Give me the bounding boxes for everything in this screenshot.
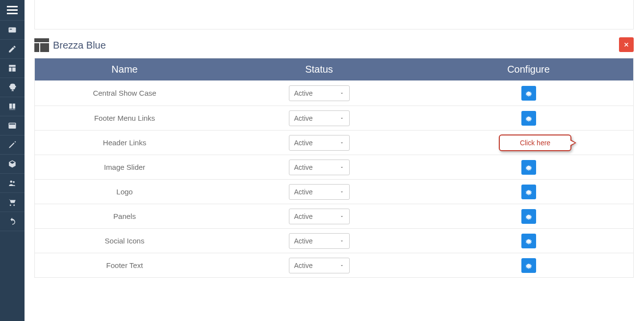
sidebar-item-8[interactable]	[0, 174, 25, 193]
component-name: Panels	[35, 212, 214, 220]
component-name: Image Slider	[35, 163, 214, 171]
status-value: Active	[294, 114, 313, 122]
chevron-down-icon	[339, 237, 344, 245]
users-icon	[8, 179, 17, 187]
table-row: PanelsActive	[35, 204, 633, 228]
status-value: Active	[294, 188, 313, 196]
status-cell: Active	[214, 110, 424, 126]
callout-tooltip: Click here	[499, 134, 571, 151]
gear-icon	[525, 237, 533, 245]
sidebar-item-9[interactable]	[0, 193, 25, 212]
th-name: Name	[35, 58, 214, 80]
table-body: Central Show CaseActiveFooter Menu Links…	[35, 80, 633, 277]
status-select[interactable]: Active	[289, 85, 350, 101]
table-row: Image SliderActive	[35, 155, 633, 179]
configure-cell	[424, 258, 633, 273]
cart-icon	[8, 198, 17, 207]
table-row: LogoActive	[35, 179, 633, 204]
pen-icon	[8, 140, 17, 149]
status-cell: Active	[214, 135, 424, 151]
gear-icon	[525, 163, 533, 171]
svg-rect-2	[9, 65, 16, 67]
status-select[interactable]: Active	[289, 184, 350, 200]
chevron-down-icon	[339, 261, 344, 270]
configure-button[interactable]	[521, 258, 536, 273]
configure-cell	[424, 111, 633, 126]
svg-point-8	[10, 181, 13, 183]
status-select[interactable]: Active	[289, 258, 350, 273]
configure-button[interactable]	[521, 160, 536, 175]
configure-button[interactable]	[521, 234, 536, 248]
window-icon	[8, 121, 17, 130]
status-select[interactable]: Active	[289, 209, 350, 224]
sidebar-item-10[interactable]	[0, 212, 25, 231]
gear-icon	[525, 114, 533, 122]
status-value: Active	[294, 163, 313, 171]
status-select[interactable]: Active	[289, 110, 350, 126]
status-value: Active	[294, 237, 313, 245]
hamburger-menu[interactable]	[0, 0, 25, 21]
status-select[interactable]: Active	[289, 135, 350, 151]
sidebar	[0, 0, 25, 321]
svg-rect-4	[12, 68, 16, 72]
table-row: Header LinksActiveClick here	[35, 130, 633, 155]
components-table: Name Status Configure Central Show CaseA…	[34, 58, 634, 278]
component-name: Footer Text	[35, 261, 214, 269]
component-name: Social Icons	[35, 237, 214, 245]
sidebar-item-2[interactable]	[0, 59, 25, 78]
status-value: Active	[294, 213, 313, 220]
layout-icon	[8, 64, 17, 73]
table-row: Footer Menu LinksActive	[35, 106, 633, 130]
configure-cell	[424, 86, 633, 101]
configure-button[interactable]	[521, 209, 536, 224]
chevron-down-icon	[339, 212, 344, 221]
table-header: Name Status Configure	[35, 58, 633, 80]
section-title: Brezza Blue	[53, 40, 106, 51]
gear-icon	[525, 188, 533, 196]
status-cell: Active	[214, 258, 424, 273]
sidebar-item-6[interactable]	[0, 135, 25, 155]
sidebar-item-7[interactable]	[0, 155, 25, 174]
book-icon	[8, 102, 17, 111]
gear-icon	[525, 89, 533, 97]
configure-button[interactable]	[521, 185, 536, 199]
chevron-down-icon	[339, 89, 344, 98]
configure-cell	[424, 209, 633, 224]
theme-layout-icon	[34, 38, 49, 52]
card-icon	[8, 26, 17, 34]
svg-point-9	[13, 181, 15, 183]
status-cell: Active	[214, 85, 424, 101]
component-name: Footer Menu Links	[35, 114, 214, 122]
component-name: Header Links	[35, 138, 214, 147]
sidebar-item-0[interactable]	[0, 21, 25, 40]
table-row: Central Show CaseActive	[35, 80, 633, 106]
status-select[interactable]: Active	[289, 160, 350, 175]
component-name: Central Show Case	[35, 89, 214, 97]
sidebar-item-1[interactable]	[0, 40, 25, 59]
configure-cell	[424, 234, 633, 248]
chevron-down-icon	[339, 163, 344, 172]
svg-rect-0	[9, 27, 16, 33]
status-cell: Active	[214, 233, 424, 249]
cube-icon	[8, 160, 17, 168]
sidebar-item-5[interactable]	[0, 116, 25, 135]
close-button[interactable]	[619, 37, 634, 52]
undo-icon	[8, 217, 17, 226]
gear-icon	[525, 213, 533, 220]
th-status: Status	[214, 58, 424, 80]
configure-button[interactable]	[521, 111, 536, 126]
sidebar-item-4[interactable]	[0, 97, 25, 116]
component-name: Logo	[35, 187, 214, 196]
edit-icon	[8, 45, 17, 54]
status-select[interactable]: Active	[289, 233, 350, 249]
chevron-down-icon	[339, 114, 344, 123]
configure-button[interactable]	[521, 86, 536, 101]
main-content: Brezza Blue Name Status Configure Centra…	[25, 0, 644, 321]
money-icon	[8, 83, 17, 92]
sidebar-item-3[interactable]	[0, 78, 25, 97]
configure-cell	[424, 160, 633, 175]
status-cell: Active	[214, 209, 424, 224]
chevron-down-icon	[339, 187, 344, 196]
svg-rect-3	[9, 68, 11, 72]
section-header: Brezza Blue	[34, 37, 634, 53]
